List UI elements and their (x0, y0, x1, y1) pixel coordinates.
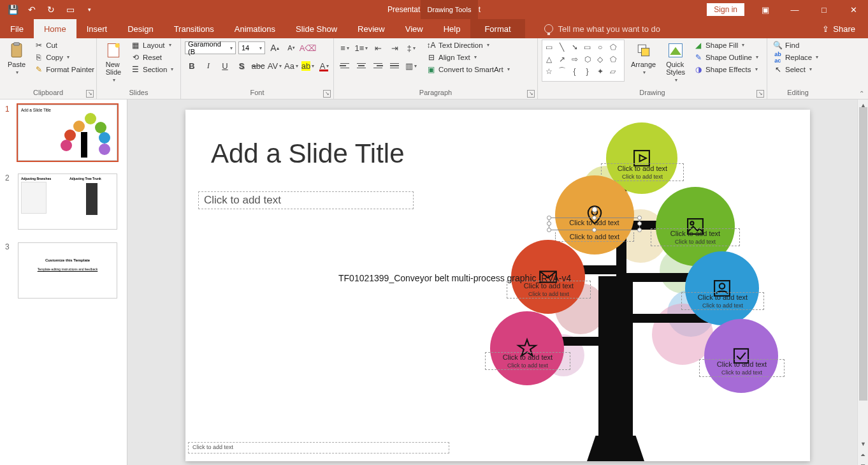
save-icon[interactable]: 💾 (4, 1, 22, 18)
circle-purple-title[interactable]: Click to add textClick to add text (699, 359, 785, 377)
line-spacing-button[interactable]: ‡▾ (404, 41, 418, 55)
resize-handle[interactable] (547, 221, 551, 226)
find-button[interactable]: 🔍Find (771, 40, 820, 50)
shapes-gallery[interactable]: ▭╲➘▭○⬠ △↗⇨⬡◇⬠ ☆⌒{}✦▱ (542, 40, 625, 82)
circle-blue-title[interactable]: Click to add textClick to add text (681, 292, 764, 310)
strikethrough-button[interactable]: abc (251, 59, 265, 73)
align-right-button[interactable] (371, 59, 385, 73)
tab-insert[interactable]: Insert (76, 19, 118, 38)
tab-home[interactable]: Home (34, 19, 76, 38)
drawing-dialog-launcher[interactable]: ↘ (756, 90, 764, 98)
tab-help[interactable]: Help (433, 19, 471, 38)
circle-magenta-title[interactable]: Click to add textClick to add text (485, 352, 570, 370)
justify-button[interactable] (387, 59, 401, 73)
circle-purple[interactable] (704, 319, 778, 393)
reset-button[interactable]: ⟲Reset (129, 52, 175, 63)
select-button[interactable]: ↖Select▾ (771, 64, 820, 75)
shrink-font-button[interactable]: A▾ (284, 41, 298, 55)
circle-orange-sub[interactable]: Click to add text (555, 232, 634, 242)
new-slide-button[interactable]: New Slide▾ (101, 40, 126, 85)
circle-blue[interactable] (685, 251, 759, 325)
tab-format[interactable]: Format (470, 19, 524, 38)
columns-button[interactable]: ▥▾ (404, 59, 418, 73)
bold-button[interactable]: B (185, 59, 199, 73)
share-button[interactable]: Share (833, 24, 855, 34)
slide[interactable]: Add a Slide Title Click to add text TF01… (185, 110, 810, 461)
resize-handle[interactable] (547, 216, 551, 220)
vertical-scrollbar[interactable]: ▲ ▼ ⏶ ⏷ (857, 100, 868, 465)
decrease-indent-button[interactable]: ⇤ (371, 41, 385, 55)
section-button[interactable]: ☰Section▾ (129, 64, 175, 75)
next-slide-icon[interactable]: ⏷ (858, 460, 868, 465)
slide-footer-placeholder[interactable]: Click to add text (188, 442, 449, 454)
convert-smartart-button[interactable]: ▣Convert to SmartArt▾ (424, 64, 512, 75)
change-case-button[interactable]: Aa▾ (284, 59, 298, 73)
circle-red-title[interactable]: Click to add textClick to add text (507, 281, 591, 299)
resize-handle[interactable] (592, 228, 597, 232)
grow-font-button[interactable]: A▴ (268, 41, 282, 55)
circle-lime-title[interactable]: Click to add textClick to add text (601, 163, 684, 181)
highlight-button[interactable]: ab▾ (301, 59, 315, 73)
arrange-button[interactable]: Arrange▾ (627, 40, 660, 77)
font-dialog-launcher[interactable]: ↘ (323, 90, 331, 98)
numbering-button[interactable]: 1≡▾ (354, 41, 368, 55)
shape-effects-button[interactable]: ◑Shape Effects▾ (691, 64, 760, 75)
font-size-combo[interactable]: 14▾ (238, 41, 265, 54)
slide-thumbnail-1[interactable]: Add a Slide Title (18, 105, 117, 161)
font-name-combo[interactable]: Garamond (B▾ (185, 41, 236, 54)
bullets-button[interactable]: ≡▾ (338, 41, 352, 55)
align-left-button[interactable] (338, 59, 352, 73)
font-color-button[interactable]: A▾ (317, 59, 331, 73)
shape-textbox-icon[interactable]: ▭ (544, 41, 554, 52)
shape-fill-button[interactable]: ◢Shape Fill▾ (691, 40, 760, 50)
circle-magenta[interactable] (490, 311, 564, 385)
undo-icon[interactable]: ↶ (23, 1, 41, 18)
tab-review[interactable]: Review (347, 19, 395, 38)
circle-orange-title-selected[interactable]: Click to add text (549, 218, 640, 230)
shadow-button[interactable]: S (235, 59, 249, 73)
tell-me-search[interactable]: Tell me what you want to do (544, 19, 660, 38)
tab-design[interactable]: Design (117, 19, 163, 38)
paragraph-dialog-launcher[interactable]: ↘ (527, 90, 535, 98)
tab-transitions[interactable]: Transitions (164, 19, 224, 38)
minimize-icon[interactable]: — (780, 0, 809, 19)
collapse-ribbon-icon[interactable]: ⌃ (859, 90, 864, 97)
replace-button[interactable]: abacReplace▾ (771, 52, 820, 63)
resize-handle[interactable] (592, 216, 597, 220)
scrollbar-thumb[interactable] (859, 107, 867, 401)
clear-formatting-button[interactable]: A⌫ (301, 41, 315, 55)
copy-button[interactable]: ⎘Copy▾ (32, 52, 96, 63)
qat-customize-icon[interactable]: ▾ (80, 1, 98, 18)
slide-thumbnail-panel[interactable]: 1 Add a Slide Title 2 Adjustin (0, 100, 127, 465)
cut-button[interactable]: ✂Cut (32, 40, 96, 50)
prev-slide-icon[interactable]: ⏶ (858, 449, 868, 460)
char-spacing-button[interactable]: AV▾ (268, 59, 282, 73)
align-text-button[interactable]: ⊟Align Text▾ (424, 52, 512, 63)
resize-handle[interactable] (637, 221, 642, 226)
ribbon-display-options-icon[interactable]: ▣ (751, 0, 780, 19)
resize-handle[interactable] (547, 228, 551, 232)
shape-outline-button[interactable]: ✎Shape Outline▾ (691, 52, 760, 63)
start-from-beginning-icon[interactable]: ▭ (61, 1, 79, 18)
circle-green-title[interactable]: Click to add textClick to add text (651, 228, 740, 246)
slide-thumbnail-2[interactable]: Adjusting Branches Adjusting Tree Trunk (18, 173, 117, 230)
paste-button[interactable]: Paste▾ (4, 40, 29, 77)
sign-in-button[interactable]: Sign in (707, 3, 744, 16)
format-painter-button[interactable]: ✎Format Painter (32, 64, 96, 75)
underline-button[interactable]: U (218, 59, 232, 73)
italic-button[interactable]: I (201, 59, 215, 73)
tab-file[interactable]: File (0, 19, 34, 38)
text-direction-button[interactable]: ↕AText Direction▾ (424, 40, 512, 50)
tab-animations[interactable]: Animations (224, 19, 286, 38)
scroll-down-icon[interactable]: ▼ (858, 438, 868, 449)
layout-button[interactable]: ▦Layout▾ (129, 40, 175, 50)
maximize-icon[interactable]: □ (809, 0, 839, 19)
resize-handle[interactable] (637, 228, 642, 232)
redo-icon[interactable]: ↻ (42, 1, 60, 18)
increase-indent-button[interactable]: ⇥ (387, 41, 401, 55)
tab-slideshow[interactable]: Slide Show (286, 19, 347, 38)
slide-thumbnail-3[interactable]: Customize this Template Template editing… (18, 242, 117, 299)
tab-view[interactable]: View (395, 19, 433, 38)
quick-styles-button[interactable]: Quick Styles▾ (662, 40, 689, 85)
rotate-handle[interactable] (591, 207, 597, 212)
